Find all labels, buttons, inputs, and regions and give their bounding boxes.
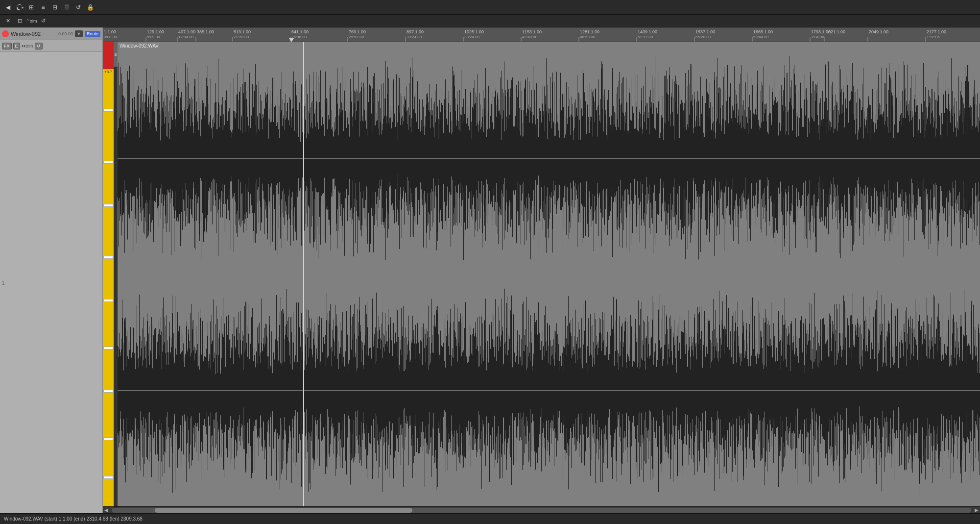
s-button[interactable]: S — [114, 42, 118, 67]
env-button[interactable]: E — [13, 43, 20, 50]
fader-knob-5[interactable] — [103, 299, 113, 302]
fx-button[interactable]: FX — [2, 43, 12, 50]
grid-icon[interactable]: ⊞ — [26, 2, 36, 12]
meter-column: S — [114, 42, 118, 506]
trim-icon[interactable]: ⌃trim — [26, 16, 36, 26]
loop-icon[interactable] — [15, 2, 24, 12]
ruler-canvas — [103, 27, 980, 42]
trim-label: ⌃trim — [26, 19, 37, 24]
status-bar: Window-092.WAV (start) 1.1.00 (end) 2310… — [0, 513, 980, 524]
list-icon[interactable]: ≡ — [38, 2, 48, 12]
fader-knob-6[interactable] — [103, 347, 113, 349]
fader-knob-9[interactable] — [103, 476, 113, 479]
track-time: 0:00.00 — [58, 31, 73, 36]
track-file-label: Window-092.WAV — [120, 43, 159, 49]
fader-knob-1[interactable] — [103, 109, 113, 112]
track-number: 1 — [2, 280, 5, 285]
scroll-left-button[interactable]: ◀ — [103, 507, 110, 514]
content-row: +8.7 S — [103, 42, 980, 506]
fader-knob-2[interactable] — [103, 161, 113, 164]
status-text: Window-092.WAV (start) 1.1.00 (end) 2310… — [4, 516, 143, 522]
right-section: +8.7 S — [103, 27, 980, 513]
table-icon[interactable]: ⊟ — [50, 2, 60, 12]
fader-knob-4[interactable] — [103, 256, 113, 259]
ruler-row — [103, 27, 980, 42]
main-area: Window-092 0:00.00 ▼ Route FX E trim ↺ 1 — [0, 27, 980, 513]
arrow-left-icon[interactable]: ◀ — [3, 2, 13, 12]
scroll-right-button[interactable]: ▶ — [973, 507, 980, 514]
fader-knob-8[interactable] — [103, 437, 113, 440]
lock-icon[interactable]: 🔒 — [85, 2, 95, 12]
fader-column: +8.7 — [103, 42, 114, 506]
lines-icon[interactable]: ☰ — [62, 2, 72, 12]
fader-yellow — [103, 75, 114, 506]
loop-track-button[interactable]: ↺ — [35, 43, 43, 50]
waveform-canvas — [118, 42, 980, 506]
scroll-area: ◀ ▶ — [103, 506, 980, 513]
track-body: 1 — [0, 52, 102, 513]
volume-label: +8.7 — [103, 69, 114, 75]
fader-knob-3[interactable] — [103, 204, 113, 207]
track-header: Window-092 0:00.00 ▼ Route — [0, 27, 102, 40]
track-controls: FX E trim ↺ — [0, 40, 102, 52]
scroll-track[interactable] — [112, 508, 971, 513]
track-panel: Window-092 0:00.00 ▼ Route FX E trim ↺ 1 — [0, 27, 103, 513]
toolbar-row1: ◀ ⊞ ≡ ⊟ ☰ ↺ 🔒 — [0, 0, 980, 15]
track-menu-button[interactable]: ▼ — [75, 30, 83, 37]
track-name: Window-092 — [11, 31, 56, 37]
toolbar-row2: ✕ ⊡ ⌃trim ↺ — [0, 15, 980, 27]
trim-control: trim — [22, 44, 33, 49]
undo-icon[interactable]: ↺ — [73, 2, 83, 12]
route-button[interactable]: Route — [85, 31, 100, 37]
refresh-icon[interactable]: ↺ — [38, 16, 48, 26]
cursor-icon[interactable]: ✕ — [3, 16, 13, 26]
scroll-thumb[interactable] — [155, 508, 413, 513]
clip-red — [103, 42, 114, 69]
select-icon[interactable]: ⊡ — [15, 16, 24, 26]
fader-knob-7[interactable] — [103, 390, 113, 393]
record-button[interactable] — [2, 30, 9, 37]
waveform-container[interactable]: Window-092.WAV — [118, 42, 980, 506]
